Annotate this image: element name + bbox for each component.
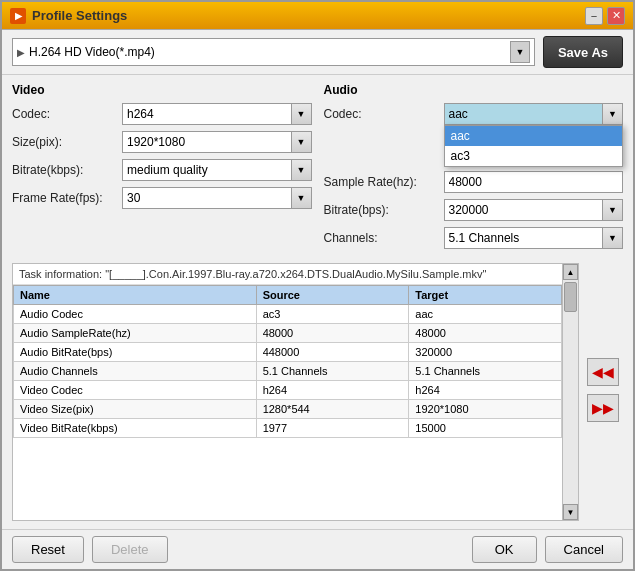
next-button[interactable]: ▶▶ bbox=[587, 394, 619, 422]
audio-bitrate-dropdown-btn[interactable]: ▼ bbox=[603, 199, 623, 221]
title-bar-left: ▶ Profile Settings bbox=[10, 8, 127, 24]
video-codec-row: Codec: ▼ bbox=[12, 103, 312, 125]
video-codec-input[interactable] bbox=[122, 103, 292, 125]
video-codec-label: Codec: bbox=[12, 107, 122, 121]
table-cell: Audio SampleRate(hz) bbox=[14, 324, 257, 343]
task-info-text: Task information: "[_____].Con.Air.1997.… bbox=[13, 264, 562, 285]
scroll-track[interactable] bbox=[563, 280, 578, 504]
profile-dropdown-button[interactable]: ▼ bbox=[510, 41, 530, 63]
task-table: Name Source Target Audio Codecac3aacAudi… bbox=[13, 285, 562, 438]
prev-button[interactable]: ◀◀ bbox=[587, 358, 619, 386]
audio-samplerate-value-wrap bbox=[444, 171, 624, 193]
video-framerate-value-wrap: ▼ bbox=[122, 187, 312, 209]
table-row: Video Size(pix)1280*5441920*1080 bbox=[14, 400, 562, 419]
table-cell: 48000 bbox=[409, 324, 562, 343]
audio-panel-title: Audio bbox=[324, 83, 624, 97]
table-cell: h264 bbox=[256, 381, 409, 400]
table-row: Audio Channels5.1 Channels5.1 Channels bbox=[14, 362, 562, 381]
table-row: Video Codech264h264 bbox=[14, 381, 562, 400]
table-cell: aac bbox=[409, 305, 562, 324]
audio-bitrate-value-wrap: ▼ bbox=[444, 199, 624, 221]
video-size-label: Size(pix): bbox=[12, 135, 122, 149]
save-as-button[interactable]: Save As bbox=[543, 36, 623, 68]
cancel-button[interactable]: Cancel bbox=[545, 536, 623, 563]
panels-row: Video Codec: ▼ Size(pix): ▼ bbox=[12, 83, 623, 251]
table-cell: Video Size(pix) bbox=[14, 400, 257, 419]
video-size-value-wrap: ▼ bbox=[122, 131, 312, 153]
video-panel-title: Video bbox=[12, 83, 312, 97]
bottom-right: OK Cancel bbox=[472, 536, 623, 563]
table-cell: 448000 bbox=[256, 343, 409, 362]
table-cell: 15000 bbox=[409, 419, 562, 438]
minimize-button[interactable]: − bbox=[585, 7, 603, 25]
video-size-row: Size(pix): ▼ bbox=[12, 131, 312, 153]
audio-samplerate-input[interactable] bbox=[444, 171, 624, 193]
table-row: Audio BitRate(bps)448000320000 bbox=[14, 343, 562, 362]
audio-bitrate-label: Bitrate(bps): bbox=[324, 203, 444, 217]
table-row: Video BitRate(kbps)197715000 bbox=[14, 419, 562, 438]
toolbar: ▶ H.264 HD Video(*.mp4) ▼ Save As bbox=[2, 30, 633, 75]
side-nav-buttons: ◀◀ ▶▶ bbox=[583, 259, 623, 521]
scroll-thumb[interactable] bbox=[564, 282, 577, 312]
audio-codec-input[interactable] bbox=[444, 103, 604, 125]
task-info-section: Task information: "[_____].Con.Air.1997.… bbox=[12, 263, 579, 521]
video-framerate-row: Frame Rate(fps): ▼ bbox=[12, 187, 312, 209]
col-source: Source bbox=[256, 286, 409, 305]
audio-codec-dropdown-btn[interactable]: ▼ bbox=[603, 103, 623, 125]
video-size-input[interactable] bbox=[122, 131, 292, 153]
bottom-row: Reset Delete OK Cancel bbox=[2, 529, 633, 569]
video-codec-dropdown-btn[interactable]: ▼ bbox=[292, 103, 312, 125]
bottom-left: Reset Delete bbox=[12, 536, 168, 563]
video-bitrate-label: Bitrate(kbps): bbox=[12, 163, 122, 177]
video-codec-value-wrap: ▼ bbox=[122, 103, 312, 125]
table-cell: 5.1 Channels bbox=[256, 362, 409, 381]
table-cell: 48000 bbox=[256, 324, 409, 343]
scroll-up-button[interactable]: ▲ bbox=[563, 264, 578, 280]
scroll-down-button[interactable]: ▼ bbox=[563, 504, 578, 520]
profile-icon: ▶ bbox=[17, 47, 25, 58]
audio-codec-row: Codec: ▼ aac ac3 bbox=[324, 103, 624, 125]
audio-codec-value-wrap: ▼ aac ac3 bbox=[444, 103, 624, 125]
ok-button[interactable]: OK bbox=[472, 536, 537, 563]
audio-codec-option-aac[interactable]: aac bbox=[445, 126, 623, 146]
table-cell: Video BitRate(kbps) bbox=[14, 419, 257, 438]
window-title: Profile Settings bbox=[32, 8, 127, 23]
table-cell: Video Codec bbox=[14, 381, 257, 400]
audio-channels-row: Channels: ▼ bbox=[324, 227, 624, 249]
video-bitrate-input[interactable] bbox=[122, 159, 292, 181]
video-framerate-dropdown-btn[interactable]: ▼ bbox=[292, 187, 312, 209]
audio-panel: Audio Codec: ▼ aac ac3 bbox=[324, 83, 624, 251]
col-name: Name bbox=[14, 286, 257, 305]
table-cell: 5.1 Channels bbox=[409, 362, 562, 381]
video-framerate-label: Frame Rate(fps): bbox=[12, 191, 122, 205]
table-cell: Audio Channels bbox=[14, 362, 257, 381]
table-cell: Audio BitRate(bps) bbox=[14, 343, 257, 362]
audio-codec-label: Codec: bbox=[324, 107, 444, 121]
delete-button[interactable]: Delete bbox=[92, 536, 168, 563]
close-button[interactable]: ✕ bbox=[607, 7, 625, 25]
audio-bitrate-input[interactable] bbox=[444, 199, 604, 221]
table-cell: Audio Codec bbox=[14, 305, 257, 324]
table-row: Audio SampleRate(hz)4800048000 bbox=[14, 324, 562, 343]
audio-codec-dropdown-list: aac ac3 bbox=[444, 125, 624, 167]
video-framerate-input[interactable] bbox=[122, 187, 292, 209]
table-cell: 1977 bbox=[256, 419, 409, 438]
main-content: Video Codec: ▼ Size(pix): ▼ bbox=[2, 75, 633, 529]
audio-channels-input[interactable] bbox=[444, 227, 604, 249]
table-cell: 1280*544 bbox=[256, 400, 409, 419]
video-bitrate-dropdown-btn[interactable]: ▼ bbox=[292, 159, 312, 181]
col-target: Target bbox=[409, 286, 562, 305]
reset-button[interactable]: Reset bbox=[12, 536, 84, 563]
audio-channels-dropdown-btn[interactable]: ▼ bbox=[603, 227, 623, 249]
audio-codec-option-ac3[interactable]: ac3 bbox=[445, 146, 623, 166]
audio-samplerate-label: Sample Rate(hz): bbox=[324, 175, 444, 189]
video-bitrate-row: Bitrate(kbps): ▼ bbox=[12, 159, 312, 181]
scrollbar[interactable]: ▲ ▼ bbox=[562, 264, 578, 520]
title-controls: − ✕ bbox=[585, 7, 625, 25]
profile-select-wrap: ▶ H.264 HD Video(*.mp4) ▼ bbox=[12, 38, 535, 66]
video-size-dropdown-btn[interactable]: ▼ bbox=[292, 131, 312, 153]
task-info-inner: Task information: "[_____].Con.Air.1997.… bbox=[13, 264, 562, 520]
table-cell: ac3 bbox=[256, 305, 409, 324]
video-bitrate-value-wrap: ▼ bbox=[122, 159, 312, 181]
table-row: Audio Codecac3aac bbox=[14, 305, 562, 324]
